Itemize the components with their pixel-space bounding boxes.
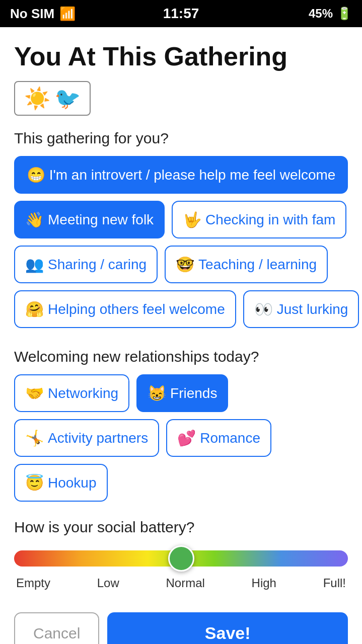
bottom-actions: Cancel Save! bbox=[14, 602, 348, 644]
label-empty: Empty bbox=[16, 576, 50, 590]
btn-romance[interactable]: 💕 Romance bbox=[166, 419, 271, 457]
introvert-label: I'm an introvert / please help me feel w… bbox=[49, 167, 336, 183]
btn-checking[interactable]: 🤟 Checking in with fam bbox=[172, 201, 346, 238]
battery-icon: 🔋 bbox=[337, 7, 352, 21]
hookup-label: Hookup bbox=[48, 475, 97, 491]
wifi-icon: 📶 bbox=[59, 6, 76, 22]
btn-friends[interactable]: 😸 Friends bbox=[136, 374, 228, 412]
slider-track-wrapper bbox=[14, 545, 348, 572]
helping-emoji: 🤗 bbox=[25, 300, 44, 318]
battery-section: How is your social battery? Empty Low No… bbox=[14, 519, 348, 602]
label-high: High bbox=[252, 576, 276, 590]
battery-label: How is your social battery? bbox=[14, 519, 348, 536]
label-full: Full! bbox=[323, 576, 346, 590]
sharing-emoji: 👥 bbox=[25, 256, 44, 273]
sharing-label: Sharing / caring bbox=[48, 257, 147, 273]
activity-emoji: 🤸 bbox=[25, 429, 44, 447]
btn-meeting[interactable]: 👋 Meeting new folk bbox=[14, 201, 165, 238]
btn-activity[interactable]: 🤸 Activity partners bbox=[14, 419, 159, 457]
teaching-label: Teaching / learning bbox=[198, 257, 317, 273]
carrier-text: No SIM bbox=[10, 6, 54, 22]
relationships-section: Welcoming new relationships today? 🤝 Net… bbox=[14, 348, 348, 509]
slider-track bbox=[14, 550, 348, 567]
emoji-banner: ☀️ 🐦 bbox=[14, 81, 91, 116]
label-normal: Normal bbox=[166, 576, 204, 590]
romance-label: Romance bbox=[200, 430, 260, 446]
friends-label: Friends bbox=[170, 385, 217, 401]
checking-emoji: 🤟 bbox=[183, 211, 201, 228]
time-display: 11:57 bbox=[163, 6, 199, 22]
btn-introvert[interactable]: 😁 I'm an introvert / please help me feel… bbox=[14, 156, 348, 194]
sun-emoji: ☀️ bbox=[24, 86, 50, 111]
introvert-emoji: 😁 bbox=[27, 166, 45, 184]
romance-emoji: 💕 bbox=[177, 429, 196, 447]
label-low: Low bbox=[97, 576, 119, 590]
networking-label: Networking bbox=[48, 385, 118, 401]
meeting-label: Meeting new folk bbox=[48, 212, 154, 228]
gathering-label: This gathering for you? bbox=[14, 130, 348, 147]
slider-thumb[interactable] bbox=[168, 545, 194, 572]
btn-lurking[interactable]: 👀 Just lurking bbox=[243, 290, 359, 328]
checking-label: Checking in with fam bbox=[205, 212, 335, 228]
bird-emoji: 🐦 bbox=[54, 86, 81, 111]
btn-sharing[interactable]: 👥 Sharing / caring bbox=[14, 246, 158, 283]
slider-labels: Empty Low Normal High Full! bbox=[14, 576, 348, 590]
btn-hookup[interactable]: 😇 Hookup bbox=[14, 464, 108, 502]
hookup-emoji: 😇 bbox=[25, 474, 44, 492]
gathering-section: This gathering for you? 😁 I'm an introve… bbox=[14, 130, 348, 335]
meeting-emoji: 👋 bbox=[25, 211, 44, 228]
btn-teaching[interactable]: 🤓 Teaching / learning bbox=[165, 246, 328, 283]
lurking-emoji: 👀 bbox=[254, 300, 273, 318]
friends-emoji: 😸 bbox=[148, 384, 166, 402]
networking-emoji: 🤝 bbox=[25, 384, 44, 402]
activity-label: Activity partners bbox=[48, 430, 148, 446]
lurking-label: Just lurking bbox=[277, 301, 348, 317]
btn-networking[interactable]: 🤝 Networking bbox=[14, 374, 129, 412]
save-button[interactable]: Save! bbox=[107, 612, 348, 644]
relationships-label: Welcoming new relationships today? bbox=[14, 348, 348, 365]
teaching-emoji: 🤓 bbox=[176, 256, 194, 273]
helping-label: Helping others feel welcome bbox=[48, 301, 225, 317]
battery-text: 45% bbox=[309, 7, 333, 21]
cancel-button[interactable]: Cancel bbox=[14, 612, 99, 644]
status-bar: No SIM 📶 11:57 45% 🔋 bbox=[0, 0, 362, 27]
btn-helping[interactable]: 🤗 Helping others feel welcome bbox=[14, 290, 236, 328]
page-title: You At This Gathering bbox=[14, 42, 348, 71]
